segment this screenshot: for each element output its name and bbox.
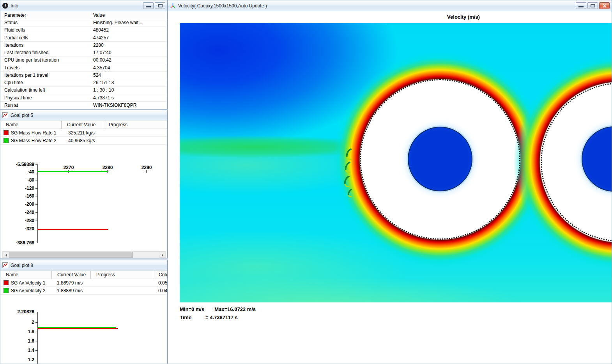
info-window: i Info Parameter Value StatusFinishing. … (0, 0, 168, 110)
time-label: Time (180, 315, 205, 320)
y-tick (35, 212, 38, 213)
y-tick (35, 341, 38, 341)
table-row: Partial cells474257 (0, 34, 167, 42)
y-tick (35, 172, 38, 172)
param-name: Calculation time left (0, 87, 91, 93)
goal-plot-8-window: Goal plot 8 Name Current Value Progress … (0, 260, 168, 364)
param-name: Iterations (0, 42, 91, 48)
scroll-right-button[interactable] (159, 252, 166, 258)
series-line-mass-flow-rate-2 (38, 171, 108, 172)
param-value: 26 : 51 : 3 (91, 80, 167, 85)
y-tick (35, 243, 38, 243)
param-name: Last iteration finished (0, 50, 91, 55)
goal-plot-5-horizontal-scrollbar[interactable] (2, 251, 166, 258)
velocity-window: Velocity( Сверху,1500x1500,Auto Update )… (168, 0, 612, 364)
cylinder-1-inner-tube (408, 127, 472, 191)
y-tick (35, 312, 38, 312)
info-table-header: Parameter Value (0, 11, 167, 19)
param-name: CPU time per last iteration (0, 57, 91, 63)
param-value: 474257 (91, 35, 167, 41)
minimize-button[interactable] (143, 2, 154, 9)
info-icon: i (2, 3, 8, 9)
y-tick (35, 188, 38, 189)
param-name: Iterations per 1 travel (0, 72, 91, 78)
table-row: CPU time per last iteration00:00:42 (0, 57, 167, 64)
y-axis-label: -200 (1, 202, 34, 207)
param-name: Physical time (0, 95, 91, 101)
y-axis-label: -160 (1, 194, 34, 199)
table-row: Cpu time26 : 51 : 3 (0, 79, 167, 87)
param-value: 2280 (91, 42, 167, 48)
y-axis-label: -5.59389 (1, 162, 34, 167)
y-tick (35, 196, 38, 196)
y-tick (35, 221, 38, 221)
y-axis-label: 1.2 (1, 357, 34, 362)
y-axis-label: -40 (1, 170, 34, 175)
y-axis-label: 2 (1, 320, 34, 325)
series-line-av-velocity-1 (38, 328, 118, 329)
table-row: Last iteration finished17:07:40 (0, 49, 167, 57)
velocity-field-canvas[interactable] (180, 23, 612, 302)
y-tick (35, 180, 38, 180)
x-axis-label: 2270 (57, 165, 80, 170)
param-name: Fluid cells (0, 27, 91, 33)
plot-axes-icon (170, 3, 176, 9)
param-name: Status (0, 20, 91, 25)
param-value: 480452 (91, 27, 167, 33)
min-velocity-label: Min=0 m/s (180, 306, 204, 312)
scroll-track[interactable] (133, 252, 159, 258)
minimize-button[interactable] (576, 2, 586, 9)
y-tick (35, 332, 38, 332)
maximize-icon (158, 4, 163, 7)
y-axis-label: 1.8 (1, 329, 34, 334)
y-axis-label: -386.768 (1, 240, 34, 246)
table-row: Iterations per 1 travel524 (0, 72, 167, 79)
param-value: 4.73871 s (91, 95, 167, 101)
x-tick (146, 170, 147, 173)
table-row: Physical time4.73871 s (0, 94, 167, 102)
y-axis-label: -280 (1, 218, 34, 223)
param-name: Travels (0, 65, 91, 71)
goal-plot-5-window: Goal plot 5 Name Current Value Progress … (0, 110, 168, 258)
table-row: StatusFinishing. Please wait... (0, 19, 167, 27)
maximize-icon (591, 4, 595, 7)
x-axis-label: 2290 (135, 165, 158, 170)
velocity-titlebar[interactable]: Velocity( Сверху,1500x1500,Auto Update ) (168, 0, 612, 11)
y-tick (35, 322, 38, 323)
param-value: Finishing. Please wait... (91, 20, 167, 25)
y-tick (35, 204, 38, 205)
scroll-left-button[interactable] (2, 252, 9, 258)
y-axis-label: -120 (1, 186, 34, 191)
velocity-plot-title: Velocity (m/s) (405, 14, 522, 20)
y-axis-line (37, 312, 38, 364)
y-axis-label: -320 (1, 226, 34, 231)
info-titlebar[interactable]: i Info (0, 0, 167, 11)
table-row: Fluid cells480452 (0, 27, 167, 34)
minimize-icon (146, 6, 151, 7)
column-header-value[interactable]: Value (91, 12, 167, 18)
info-table: Parameter Value StatusFinishing. Please … (0, 11, 167, 109)
y-axis-line (37, 164, 38, 243)
param-value: 00:00:42 (91, 57, 167, 63)
time-value: = 4.7387117 s (205, 315, 238, 320)
y-tick (35, 360, 38, 360)
column-header-parameter[interactable]: Parameter (0, 12, 91, 18)
info-window-title: Info (11, 3, 18, 9)
x-axis-label: 2280 (96, 165, 119, 170)
y-tick (35, 164, 38, 165)
param-name: Partial cells (0, 35, 91, 41)
y-axis-label: 1.6 (1, 339, 34, 344)
param-value: 524 (91, 72, 167, 78)
param-value: 4.35704 (91, 65, 167, 71)
maximize-button[interactable] (155, 2, 165, 9)
table-row: Iterations2280 (0, 42, 167, 49)
close-button[interactable] (599, 2, 610, 9)
table-row: Travels4.35704 (0, 64, 167, 72)
goal-plot-8-chart: 2.20826 2 1.8 1.6 1.4 1.2 (0, 260, 167, 364)
maximize-button[interactable] (587, 2, 598, 9)
scroll-thumb[interactable] (9, 252, 133, 258)
y-axis-label: 2.20826 (1, 309, 34, 315)
minimize-icon (578, 6, 584, 7)
param-value: 17:07:40 (91, 50, 167, 55)
y-axis-label: -240 (1, 210, 34, 215)
